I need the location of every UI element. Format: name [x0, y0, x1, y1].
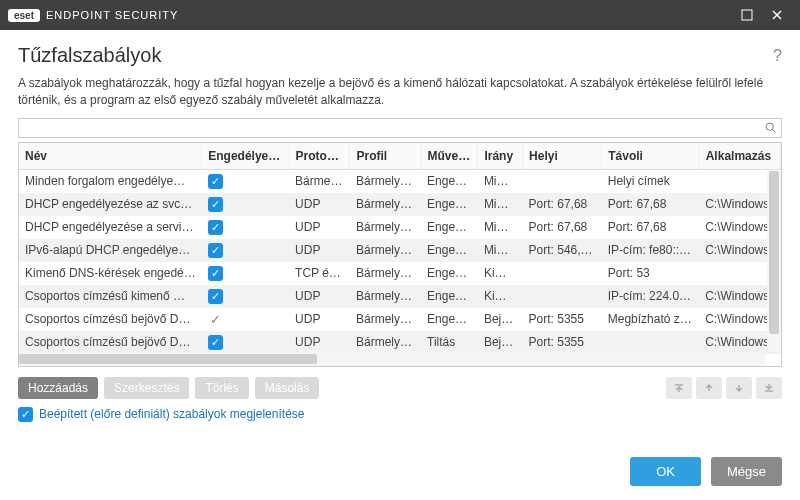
cell-enabled — [202, 285, 289, 308]
column-header-name[interactable]: Név — [19, 143, 202, 170]
column-header-protocol[interactable]: Protokoll — [289, 143, 350, 170]
rules-table: NévEngedélyezveProtokollProfilMűveletIrá… — [18, 142, 782, 367]
cell-name: Csoportos címzésű bejövő D… — [19, 331, 202, 354]
column-header-profile[interactable]: Profil — [350, 143, 421, 170]
cell-local: Port: 67,68 — [523, 216, 602, 239]
brand-badge: eset — [8, 9, 40, 22]
cell-name: Minden forgalom engedélye… — [19, 169, 202, 193]
cell-remote: Port: 67,68 — [602, 216, 699, 239]
cell-protocol: UDP — [289, 285, 350, 308]
cell-profile: Bármely… — [350, 285, 421, 308]
column-header-application[interactable]: Alkalmazás — [699, 143, 780, 170]
table-row[interactable]: Minden forgalom engedélye…BármelyikBárme… — [19, 169, 781, 193]
window-title: ENDPOINT SECURITY — [46, 9, 732, 21]
vertical-scrollbar[interactable] — [767, 171, 781, 352]
cell-direction: Bej… — [478, 331, 523, 354]
cell-remote: Port: 53 — [602, 262, 699, 285]
cell-action: Engedé… — [421, 239, 478, 262]
show-builtin-checkbox[interactable] — [18, 407, 33, 422]
cell-protocol: UDP — [289, 193, 350, 216]
cell-direction: Bej… — [478, 308, 523, 331]
cell-name: DHCP engedélyezése a servic… — [19, 216, 202, 239]
enabled-checkbox[interactable]: ✓ — [208, 312, 223, 327]
column-header-local[interactable]: Helyi — [523, 143, 602, 170]
move-down-button[interactable] — [726, 377, 752, 399]
move-top-button[interactable] — [666, 377, 692, 399]
cell-direction: Mi… — [478, 193, 523, 216]
cell-protocol: UDP — [289, 239, 350, 262]
ok-button[interactable]: OK — [630, 457, 701, 486]
minimize-button[interactable] — [732, 0, 762, 30]
table-row[interactable]: DHCP engedélyezése az svch…UDPBármely…En… — [19, 193, 781, 216]
cell-name: Kimenő DNS-kérések engedé… — [19, 262, 202, 285]
table-row[interactable]: DHCP engedélyezése a servic…UDPBármely…E… — [19, 216, 781, 239]
delete-button[interactable]: Törlés — [195, 377, 248, 399]
table-row[interactable]: Csoportos címzésű bejövő D…✓UDPBármely…E… — [19, 308, 781, 331]
table-row[interactable]: IPv6-alapú DHCP engedélyez…UDPBármely…En… — [19, 239, 781, 262]
show-builtin-label[interactable]: Beépített (előre definiált) szabályok me… — [39, 407, 304, 421]
table-row[interactable]: Kimenő DNS-kérések engedé…TCP és …Bármel… — [19, 262, 781, 285]
cell-local — [523, 285, 602, 308]
cell-local — [523, 262, 602, 285]
cell-name: Csoportos címzésű bejövő D… — [19, 308, 202, 331]
edit-button[interactable]: Szerkesztés — [104, 377, 189, 399]
cell-profile: Bármely… — [350, 239, 421, 262]
cell-profile: Bármely… — [350, 331, 421, 354]
cell-profile: Bármely… — [350, 193, 421, 216]
column-header-direction[interactable]: Irány — [478, 143, 523, 170]
cell-protocol: UDP — [289, 331, 350, 354]
enabled-checkbox[interactable] — [208, 335, 223, 350]
cell-action: Engedé… — [421, 169, 478, 193]
page-title: Tűzfalszabályok — [18, 44, 161, 67]
cell-enabled — [202, 193, 289, 216]
move-bottom-button[interactable] — [756, 377, 782, 399]
enabled-checkbox[interactable] — [208, 243, 223, 258]
cell-remote: IP-cím: fe80::/… — [602, 239, 699, 262]
cell-remote: IP-cím: 224.0.0… — [602, 285, 699, 308]
table-row[interactable]: Csoportos címzésű bejövő D…UDPBármely…Ti… — [19, 331, 781, 354]
cell-action: Engedé… — [421, 216, 478, 239]
cell-action: Engedé… — [421, 262, 478, 285]
cell-direction: Mi… — [478, 239, 523, 262]
enabled-checkbox[interactable] — [208, 174, 223, 189]
cell-direction: Mi… — [478, 216, 523, 239]
cell-action: Tiltás — [421, 331, 478, 354]
enabled-checkbox[interactable] — [208, 266, 223, 281]
titlebar: eset ENDPOINT SECURITY — [0, 0, 800, 30]
horizontal-scrollbar[interactable] — [19, 352, 765, 366]
cell-remote: Megbízható zó… — [602, 308, 699, 331]
add-button[interactable]: Hozzáadás — [18, 377, 98, 399]
cell-enabled — [202, 262, 289, 285]
svg-point-1 — [766, 123, 773, 130]
cell-local: Port: 5355 — [523, 331, 602, 354]
cell-protocol: Bármelyik — [289, 169, 350, 193]
column-header-action[interactable]: Művelet — [421, 143, 478, 170]
help-icon[interactable]: ? — [773, 47, 782, 65]
svg-rect-0 — [742, 10, 752, 20]
column-header-remote[interactable]: Távoli — [602, 143, 699, 170]
move-up-button[interactable] — [696, 377, 722, 399]
copy-button[interactable]: Másolás — [255, 377, 320, 399]
cell-direction: Ki… — [478, 285, 523, 308]
cell-action: Engedé… — [421, 285, 478, 308]
column-header-enabled[interactable]: Engedélyezve — [202, 143, 289, 170]
cell-name: DHCP engedélyezése az svch… — [19, 193, 202, 216]
cell-remote — [602, 331, 699, 354]
cell-local — [523, 169, 602, 193]
enabled-checkbox[interactable] — [208, 289, 223, 304]
enabled-checkbox[interactable] — [208, 220, 223, 235]
cell-name: Csoportos címzésű kimenő … — [19, 285, 202, 308]
table-row[interactable]: Csoportos címzésű kimenő …UDPBármely…Eng… — [19, 285, 781, 308]
close-button[interactable] — [762, 0, 792, 30]
cell-enabled — [202, 331, 289, 354]
cancel-button[interactable]: Mégse — [711, 457, 782, 486]
cell-direction: Mi… — [478, 169, 523, 193]
enabled-checkbox[interactable] — [208, 197, 223, 212]
search-input[interactable] — [18, 118, 782, 138]
cell-profile: Bármely… — [350, 169, 421, 193]
page-description: A szabályok meghatározzák, hogy a tűzfal… — [18, 75, 782, 110]
cell-protocol: UDP — [289, 216, 350, 239]
cell-enabled — [202, 216, 289, 239]
cell-enabled: ✓ — [202, 308, 289, 331]
cell-profile: Bármely… — [350, 216, 421, 239]
